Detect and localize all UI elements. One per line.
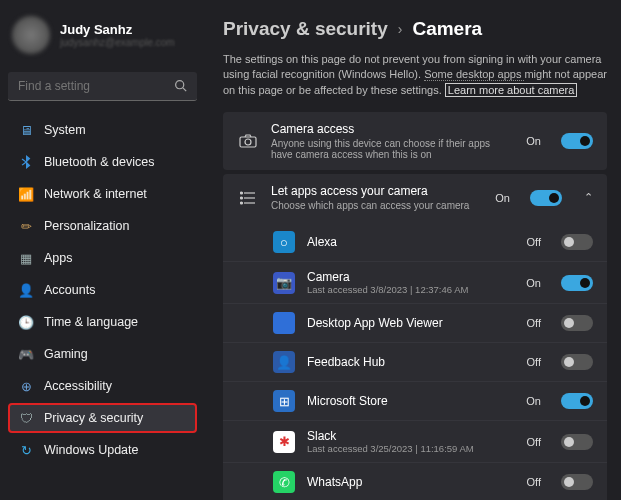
app-name: Slack xyxy=(307,429,515,443)
app-icon: ⊞ xyxy=(273,390,295,412)
app-toggle[interactable] xyxy=(561,354,593,370)
profile-email: judysanhz@example.com xyxy=(60,37,175,48)
toggle-state: Off xyxy=(527,436,541,448)
breadcrumb-parent[interactable]: Privacy & security xyxy=(223,18,388,40)
card-sub: Anyone using this device can choose if t… xyxy=(271,138,514,160)
app-sub: Last accessed 3/25/2023 | 11:16:59 AM xyxy=(307,443,515,454)
apps-access-card[interactable]: Let apps access your camera Choose which… xyxy=(223,174,607,221)
nav-icon: ▦ xyxy=(18,250,34,266)
sidebar-item-windows-update[interactable]: ↻Windows Update xyxy=(8,435,197,465)
nav-label: Time & language xyxy=(44,315,138,329)
card-sub: Choose which apps can access your camera xyxy=(271,200,483,211)
sidebar: Judy Sanhz judysanhz@example.com 🖥System… xyxy=(0,0,205,500)
app-name: Desktop App Web Viewer xyxy=(307,316,515,330)
app-icon xyxy=(273,312,295,334)
app-icon: ✆ xyxy=(273,471,295,493)
desktop-apps-link[interactable]: Some desktop apps xyxy=(424,68,524,81)
nav-label: Personalization xyxy=(44,219,129,233)
nav-icon: ⊕ xyxy=(18,378,34,394)
apps-access-toggle[interactable] xyxy=(530,190,562,206)
toggle-state: Off xyxy=(527,236,541,248)
svg-point-7 xyxy=(241,192,243,194)
page-title: Camera xyxy=(412,18,482,40)
nav-icon xyxy=(18,154,34,170)
toggle-state: On xyxy=(526,135,541,147)
nav-label: Apps xyxy=(44,251,73,265)
page-description: The settings on this page do not prevent… xyxy=(223,52,607,98)
app-name: Camera xyxy=(307,270,514,284)
app-icon: 👤 xyxy=(273,351,295,373)
app-row[interactable]: ✱SlackLast accessed 3/25/2023 | 11:16:59… xyxy=(223,420,607,462)
app-icon: 📷 xyxy=(273,272,295,294)
svg-point-0 xyxy=(176,81,184,89)
nav-label: Privacy & security xyxy=(44,411,143,425)
app-toggle[interactable] xyxy=(561,393,593,409)
card-title: Camera access xyxy=(271,122,514,136)
app-list: ○AlexaOff📷CameraLast accessed 3/8/2023 |… xyxy=(223,221,607,500)
sidebar-item-system[interactable]: 🖥System xyxy=(8,115,197,145)
learn-more-link[interactable]: Learn more about camera xyxy=(445,83,578,97)
sidebar-item-apps[interactable]: ▦Apps xyxy=(8,243,197,273)
nav-label: Network & internet xyxy=(44,187,147,201)
nav-label: Bluetooth & devices xyxy=(44,155,155,169)
nav: 🖥SystemBluetooth & devices📶Network & int… xyxy=(8,115,197,465)
app-row[interactable]: ○AlexaOff xyxy=(223,223,607,261)
search-input[interactable] xyxy=(8,72,197,101)
app-toggle[interactable] xyxy=(561,275,593,291)
app-row[interactable]: 📷CameraLast accessed 3/8/2023 | 12:37:46… xyxy=(223,261,607,303)
nav-label: Windows Update xyxy=(44,443,139,457)
nav-icon: 🕒 xyxy=(18,314,34,330)
toggle-state: On xyxy=(526,277,541,289)
app-icon: ✱ xyxy=(273,431,295,453)
sidebar-item-time-language[interactable]: 🕒Time & language xyxy=(8,307,197,337)
sidebar-item-gaming[interactable]: 🎮Gaming xyxy=(8,339,197,369)
sidebar-item-bluetooth-devices[interactable]: Bluetooth & devices xyxy=(8,147,197,177)
sidebar-item-network-internet[interactable]: 📶Network & internet xyxy=(8,179,197,209)
sidebar-item-privacy-security[interactable]: 🛡Privacy & security xyxy=(8,403,197,433)
app-sub: Last accessed 3/8/2023 | 12:37:46 AM xyxy=(307,284,514,295)
search[interactable] xyxy=(8,72,197,101)
nav-label: System xyxy=(44,123,86,137)
toggle-state: On xyxy=(526,395,541,407)
chevron-up-icon[interactable]: ⌃ xyxy=(584,191,593,204)
nav-label: Accounts xyxy=(44,283,95,297)
avatar xyxy=(12,16,50,54)
profile[interactable]: Judy Sanhz judysanhz@example.com xyxy=(8,10,197,68)
app-row[interactable]: ✆WhatsAppOff xyxy=(223,462,607,500)
nav-icon: 🎮 xyxy=(18,346,34,362)
app-toggle[interactable] xyxy=(561,474,593,490)
nav-icon: ↻ xyxy=(18,442,34,458)
app-name: WhatsApp xyxy=(307,475,515,489)
app-toggle[interactable] xyxy=(561,234,593,250)
app-row[interactable]: ⊞Microsoft StoreOn xyxy=(223,381,607,420)
breadcrumb: Privacy & security › Camera xyxy=(223,18,607,40)
toggle-state: Off xyxy=(527,356,541,368)
camera-icon xyxy=(237,134,259,148)
sidebar-item-accessibility[interactable]: ⊕Accessibility xyxy=(8,371,197,401)
main: Privacy & security › Camera The settings… xyxy=(205,0,621,500)
nav-label: Accessibility xyxy=(44,379,112,393)
card-title: Let apps access your camera xyxy=(271,184,483,198)
nav-label: Gaming xyxy=(44,347,88,361)
app-toggle[interactable] xyxy=(561,434,593,450)
toggle-state: Off xyxy=(527,476,541,488)
sidebar-item-accounts[interactable]: 👤Accounts xyxy=(8,275,197,305)
toggle-state: On xyxy=(495,192,510,204)
toggle-state: Off xyxy=(527,317,541,329)
profile-name: Judy Sanhz xyxy=(60,22,175,37)
nav-icon: ✏ xyxy=(18,218,34,234)
app-name: Alexa xyxy=(307,235,515,249)
nav-icon: 🖥 xyxy=(18,122,34,138)
svg-line-1 xyxy=(183,88,186,91)
sidebar-item-personalization[interactable]: ✏Personalization xyxy=(8,211,197,241)
app-row[interactable]: 👤Feedback HubOff xyxy=(223,342,607,381)
search-icon xyxy=(174,79,187,95)
app-row[interactable]: Desktop App Web ViewerOff xyxy=(223,303,607,342)
camera-access-card[interactable]: Camera access Anyone using this device c… xyxy=(223,112,607,170)
camera-access-toggle[interactable] xyxy=(561,133,593,149)
svg-point-8 xyxy=(241,197,243,199)
app-toggle[interactable] xyxy=(561,315,593,331)
nav-icon: 👤 xyxy=(18,282,34,298)
svg-point-9 xyxy=(241,202,243,204)
chevron-right-icon: › xyxy=(398,21,403,37)
